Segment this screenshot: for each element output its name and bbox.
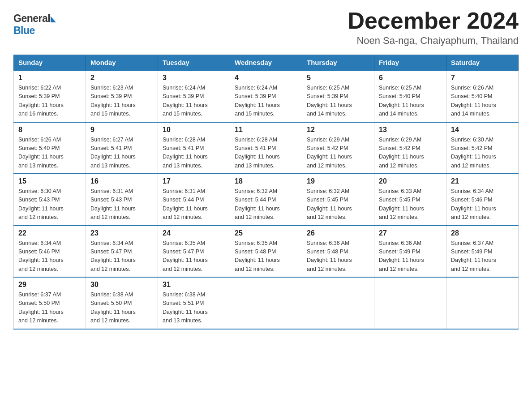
calendar-cell: 24Sunrise: 6:35 AM Sunset: 5:47 PM Dayli…: [158, 226, 230, 278]
day-info: Sunrise: 6:30 AM Sunset: 5:42 PM Dayligh…: [451, 136, 514, 171]
calendar-cell: 5Sunrise: 6:25 AM Sunset: 5:39 PM Daylig…: [302, 70, 374, 122]
day-info: Sunrise: 6:27 AM Sunset: 5:41 PM Dayligh…: [90, 136, 153, 171]
calendar-header: SundayMondayTuesdayWednesdayThursdayFrid…: [14, 55, 519, 71]
calendar-cell: 17Sunrise: 6:31 AM Sunset: 5:44 PM Dayli…: [158, 174, 230, 226]
day-info: Sunrise: 6:25 AM Sunset: 5:39 PM Dayligh…: [307, 84, 369, 119]
day-info: Sunrise: 6:29 AM Sunset: 5:42 PM Dayligh…: [307, 136, 369, 171]
calendar-cell: 6Sunrise: 6:25 AM Sunset: 5:40 PM Daylig…: [374, 70, 446, 122]
day-number: 18: [235, 177, 297, 185]
week-row: 22Sunrise: 6:34 AM Sunset: 5:46 PM Dayli…: [14, 226, 519, 278]
day-number: 8: [18, 126, 81, 134]
day-info: Sunrise: 6:24 AM Sunset: 5:39 PM Dayligh…: [235, 84, 297, 119]
calendar-cell: 29Sunrise: 6:37 AM Sunset: 5:50 PM Dayli…: [14, 277, 86, 329]
calendar-cell: 3Sunrise: 6:24 AM Sunset: 5:39 PM Daylig…: [158, 70, 230, 122]
header-row: SundayMondayTuesdayWednesdayThursdayFrid…: [14, 55, 519, 71]
calendar-cell: 13Sunrise: 6:29 AM Sunset: 5:42 PM Dayli…: [374, 122, 446, 174]
header-cell-tuesday: Tuesday: [158, 55, 230, 71]
day-number: 11: [235, 126, 297, 134]
day-number: 16: [90, 177, 153, 185]
day-number: 28: [451, 229, 514, 237]
day-number: 30: [90, 281, 153, 289]
day-number: 24: [163, 229, 225, 237]
day-info: Sunrise: 6:24 AM Sunset: 5:39 PM Dayligh…: [163, 84, 225, 119]
calendar-cell: 19Sunrise: 6:32 AM Sunset: 5:45 PM Dayli…: [302, 174, 374, 226]
header-cell-monday: Monday: [86, 55, 158, 71]
logo: General Blue: [13, 13, 56, 37]
calendar-cell: 12Sunrise: 6:29 AM Sunset: 5:42 PM Dayli…: [302, 122, 374, 174]
day-number: 22: [18, 229, 81, 237]
day-info: Sunrise: 6:32 AM Sunset: 5:45 PM Dayligh…: [307, 187, 369, 222]
calendar-cell: 18Sunrise: 6:32 AM Sunset: 5:44 PM Dayli…: [230, 174, 302, 226]
day-number: 4: [235, 74, 297, 82]
day-info: Sunrise: 6:26 AM Sunset: 5:40 PM Dayligh…: [451, 84, 514, 119]
day-info: Sunrise: 6:33 AM Sunset: 5:45 PM Dayligh…: [379, 187, 442, 222]
day-number: 26: [307, 229, 369, 237]
day-info: Sunrise: 6:38 AM Sunset: 5:51 PM Dayligh…: [163, 291, 225, 325]
day-info: Sunrise: 6:35 AM Sunset: 5:48 PM Dayligh…: [235, 239, 297, 274]
calendar-cell: 25Sunrise: 6:35 AM Sunset: 5:48 PM Dayli…: [230, 226, 302, 278]
calendar-cell: 28Sunrise: 6:37 AM Sunset: 5:49 PM Dayli…: [446, 226, 519, 278]
calendar-cell: [302, 277, 374, 329]
calendar-cell: [374, 277, 446, 329]
calendar-cell: [446, 277, 519, 329]
logo-general-text: General: [13, 13, 50, 25]
calendar-body: 1Sunrise: 6:22 AM Sunset: 5:39 PM Daylig…: [14, 70, 519, 329]
day-number: 9: [90, 126, 153, 134]
calendar-cell: 7Sunrise: 6:26 AM Sunset: 5:40 PM Daylig…: [446, 70, 519, 122]
header-cell-thursday: Thursday: [302, 55, 374, 71]
day-number: 3: [163, 74, 225, 82]
month-title: December 2024: [348, 9, 519, 32]
day-number: 10: [163, 126, 225, 134]
page-header: General Blue December 2024 Noen Sa-nga, …: [13, 9, 519, 47]
day-info: Sunrise: 6:37 AM Sunset: 5:50 PM Dayligh…: [18, 291, 81, 325]
header-cell-saturday: Saturday: [446, 55, 519, 71]
calendar-cell: 15Sunrise: 6:30 AM Sunset: 5:43 PM Dayli…: [14, 174, 86, 226]
calendar-cell: 4Sunrise: 6:24 AM Sunset: 5:39 PM Daylig…: [230, 70, 302, 122]
day-info: Sunrise: 6:28 AM Sunset: 5:41 PM Dayligh…: [163, 136, 225, 171]
day-info: Sunrise: 6:37 AM Sunset: 5:49 PM Dayligh…: [451, 239, 514, 274]
calendar-cell: 26Sunrise: 6:36 AM Sunset: 5:48 PM Dayli…: [302, 226, 374, 278]
day-info: Sunrise: 6:36 AM Sunset: 5:49 PM Dayligh…: [379, 239, 442, 274]
week-row: 8Sunrise: 6:26 AM Sunset: 5:40 PM Daylig…: [14, 122, 519, 174]
day-info: Sunrise: 6:29 AM Sunset: 5:42 PM Dayligh…: [379, 136, 442, 171]
week-row: 1Sunrise: 6:22 AM Sunset: 5:39 PM Daylig…: [14, 70, 519, 122]
calendar-cell: 22Sunrise: 6:34 AM Sunset: 5:46 PM Dayli…: [14, 226, 86, 278]
day-info: Sunrise: 6:30 AM Sunset: 5:43 PM Dayligh…: [18, 187, 81, 222]
day-info: Sunrise: 6:25 AM Sunset: 5:40 PM Dayligh…: [379, 84, 442, 119]
header-cell-sunday: Sunday: [14, 55, 86, 71]
title-block: December 2024 Noen Sa-nga, Chaiyaphum, T…: [348, 9, 519, 47]
calendar-table: SundayMondayTuesdayWednesdayThursdayFrid…: [13, 55, 519, 330]
day-number: 1: [18, 74, 81, 82]
day-number: 19: [307, 177, 369, 185]
day-number: 23: [90, 229, 153, 237]
calendar-cell: 8Sunrise: 6:26 AM Sunset: 5:40 PM Daylig…: [14, 122, 86, 174]
header-cell-wednesday: Wednesday: [230, 55, 302, 71]
calendar-cell: 10Sunrise: 6:28 AM Sunset: 5:41 PM Dayli…: [158, 122, 230, 174]
week-row: 29Sunrise: 6:37 AM Sunset: 5:50 PM Dayli…: [14, 277, 519, 329]
calendar-cell: 20Sunrise: 6:33 AM Sunset: 5:45 PM Dayli…: [374, 174, 446, 226]
day-number: 5: [307, 74, 369, 82]
day-info: Sunrise: 6:34 AM Sunset: 5:47 PM Dayligh…: [90, 239, 153, 274]
day-info: Sunrise: 6:28 AM Sunset: 5:41 PM Dayligh…: [235, 136, 297, 171]
day-number: 12: [307, 126, 369, 134]
day-number: 14: [451, 126, 514, 134]
logo-blue-text: Blue: [13, 25, 35, 37]
location-subtitle: Noen Sa-nga, Chaiyaphum, Thailand: [348, 35, 519, 47]
day-number: 27: [379, 229, 442, 237]
day-number: 20: [379, 177, 442, 185]
day-number: 7: [451, 74, 514, 82]
day-number: 31: [163, 281, 225, 289]
day-number: 6: [379, 74, 442, 82]
day-info: Sunrise: 6:36 AM Sunset: 5:48 PM Dayligh…: [307, 239, 369, 274]
calendar-cell: 21Sunrise: 6:34 AM Sunset: 5:46 PM Dayli…: [446, 174, 519, 226]
day-info: Sunrise: 6:31 AM Sunset: 5:44 PM Dayligh…: [163, 187, 225, 222]
calendar-cell: 27Sunrise: 6:36 AM Sunset: 5:49 PM Dayli…: [374, 226, 446, 278]
day-number: 25: [235, 229, 297, 237]
day-number: 13: [379, 126, 442, 134]
calendar-cell: 14Sunrise: 6:30 AM Sunset: 5:42 PM Dayli…: [446, 122, 519, 174]
calendar-cell: [230, 277, 302, 329]
day-info: Sunrise: 6:32 AM Sunset: 5:44 PM Dayligh…: [235, 187, 297, 222]
day-number: 17: [163, 177, 225, 185]
day-info: Sunrise: 6:35 AM Sunset: 5:47 PM Dayligh…: [163, 239, 225, 274]
day-info: Sunrise: 6:31 AM Sunset: 5:43 PM Dayligh…: [90, 187, 153, 222]
